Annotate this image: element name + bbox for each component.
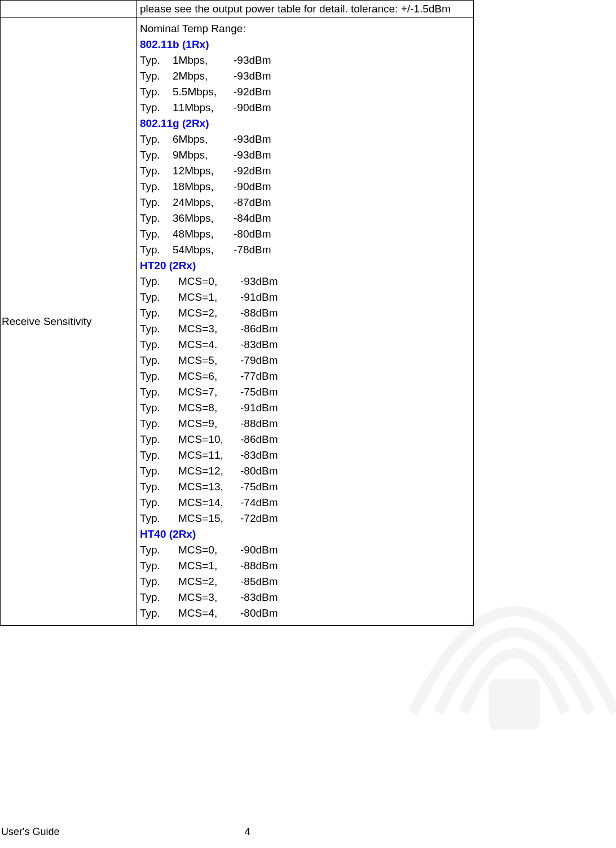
spec-rate: MCS=4, (178, 607, 240, 619)
spec-typ: Typ. (140, 607, 178, 619)
spec-row: Typ.MCS=5,-79dBm (140, 354, 470, 367)
spec-row: Typ.MCS=12,-80dBm (140, 465, 470, 477)
page-footer: User's Guide 4 (1, 826, 605, 838)
spec-value: -93dBm (234, 149, 271, 161)
spec-typ: Typ. (140, 449, 178, 462)
spec-value: -83dBm (240, 449, 278, 462)
spec-value: -80dBm (240, 465, 278, 477)
spec-value: -92dBm (234, 86, 271, 98)
nominal-temp-range: Nominal Temp Range: (140, 23, 470, 35)
section-ht20-rows: Typ.MCS=0,-93dBmTyp.MCS=1,-91dBmTyp.MCS=… (140, 275, 470, 525)
footer-left: User's Guide (1, 826, 59, 838)
row-label-empty (1, 1, 137, 18)
spec-typ: Typ. (140, 481, 178, 493)
spec-row: Typ.MCS=11,-83dBm (140, 449, 470, 462)
spec-typ: Typ. (140, 591, 178, 604)
spec-typ: Typ. (140, 354, 178, 367)
spec-typ: Typ. (140, 544, 178, 556)
spec-typ: Typ. (140, 465, 178, 477)
spec-rate: 6Mbps, (173, 133, 234, 146)
table-row: please see the output power table for de… (1, 1, 474, 18)
spec-value: -86dBm (240, 433, 278, 446)
section-heading-80211g: 802.11g (2Rx) (140, 117, 470, 130)
section-heading-ht20: HT20 (2Rx) (140, 260, 470, 272)
spec-rate: MCS=2, (178, 575, 240, 588)
spec-rate: MCS=0, (178, 544, 240, 556)
spec-typ: Typ. (140, 339, 178, 351)
spec-value: -75dBm (240, 386, 278, 398)
section-heading-ht40: HT40 (2Rx) (140, 528, 470, 541)
spec-value: -91dBm (240, 402, 278, 414)
spec-typ: Typ. (140, 291, 178, 304)
spec-row: Typ.MCS=1,-88dBm (140, 560, 470, 572)
spec-value: -87dBm (234, 196, 271, 209)
spec-typ: Typ. (140, 54, 173, 67)
spec-rate: 36Mbps, (173, 212, 234, 225)
spec-rate: MCS=9, (178, 418, 240, 430)
spec-rate: 5.5Mbps, (173, 86, 234, 98)
spec-value: -83dBm (240, 591, 278, 604)
spec-typ: Typ. (140, 165, 173, 177)
spec-typ: Typ. (140, 433, 178, 446)
spec-rate: 48Mbps, (173, 228, 234, 240)
spec-rate: 54Mbps, (173, 244, 234, 256)
spec-typ: Typ. (140, 402, 178, 414)
spec-row: Typ.MCS=10,-86dBm (140, 433, 470, 446)
spec-rate: MCS=15, (178, 512, 240, 525)
spec-value: -90dBm (234, 102, 271, 114)
page-number: 4 (245, 826, 250, 838)
spec-typ: Typ. (140, 149, 173, 161)
spec-row: Typ.MCS=1,-91dBm (140, 291, 470, 304)
spec-rate: 9Mbps, (173, 149, 234, 161)
spec-row: Typ.24Mbps,-87dBm (140, 196, 470, 209)
spec-row: Typ.18Mbps,-90dBm (140, 181, 470, 193)
spec-rate: MCS=11, (178, 449, 240, 462)
spec-rate: 18Mbps, (173, 181, 234, 193)
spec-value: -74dBm (240, 497, 278, 509)
spec-value: -93dBm (234, 133, 271, 146)
spec-typ: Typ. (140, 497, 178, 509)
spec-typ: Typ. (140, 418, 178, 430)
spec-rate: 11Mbps, (173, 102, 234, 114)
spec-rate: MCS=14, (178, 497, 240, 509)
spec-typ: Typ. (140, 102, 173, 114)
spec-value: -80dBm (240, 607, 278, 619)
spec-rate: MCS=0, (178, 275, 240, 288)
spec-rate: MCS=13, (178, 481, 240, 493)
spec-value: -85dBm (240, 575, 278, 588)
spec-value: -93dBm (234, 70, 271, 82)
spec-typ: Typ. (140, 196, 173, 209)
spec-value: -84dBm (234, 212, 271, 225)
spec-value: -92dBm (234, 165, 271, 177)
spec-value: -75dBm (240, 481, 278, 493)
spec-value: -83dBm (240, 339, 278, 351)
spec-typ: Typ. (140, 386, 178, 398)
spec-value: -77dBm (240, 370, 278, 383)
spec-rate: MCS=10, (178, 433, 240, 446)
spec-typ: Typ. (140, 228, 173, 240)
spec-row: Typ.48Mbps,-80dBm (140, 228, 470, 240)
spec-typ: Typ. (140, 244, 173, 256)
spec-rate: 2Mbps, (173, 70, 234, 82)
spec-table: please see the output power table for de… (0, 0, 474, 626)
spec-value: -88dBm (240, 560, 278, 572)
spec-rate: MCS=6, (178, 370, 240, 383)
spec-value: -93dBm (234, 54, 271, 67)
table-row: Receive Sensitivity Nominal Temp Range: … (1, 18, 474, 626)
spec-rate: 24Mbps, (173, 196, 234, 209)
spec-typ: Typ. (140, 86, 173, 98)
spec-row: Typ.MCS=3,-83dBm (140, 591, 470, 604)
section-ht40-rows: Typ.MCS=0,-90dBmTyp.MCS=1,-88dBmTyp.MCS=… (140, 544, 470, 619)
spec-row: Typ.MCS=0,-93dBm (140, 275, 470, 288)
spec-value: -86dBm (240, 323, 278, 335)
spec-row: Typ.1Mbps,-93dBm (140, 54, 470, 67)
spec-row: Typ.MCS=0,-90dBm (140, 544, 470, 556)
spec-row: Typ.11Mbps,-90dBm (140, 102, 470, 114)
spec-value: -90dBm (240, 544, 278, 556)
receive-sensitivity-content: Nominal Temp Range: 802.11b (1Rx) Typ.1M… (137, 18, 474, 626)
spec-rate: MCS=2, (178, 307, 240, 319)
spec-row: Typ.MCS=13,-75dBm (140, 481, 470, 493)
spec-row: Typ.MCS=14,-74dBm (140, 497, 470, 509)
spec-value: -72dBm (240, 512, 278, 525)
spec-value: -93dBm (240, 275, 278, 288)
